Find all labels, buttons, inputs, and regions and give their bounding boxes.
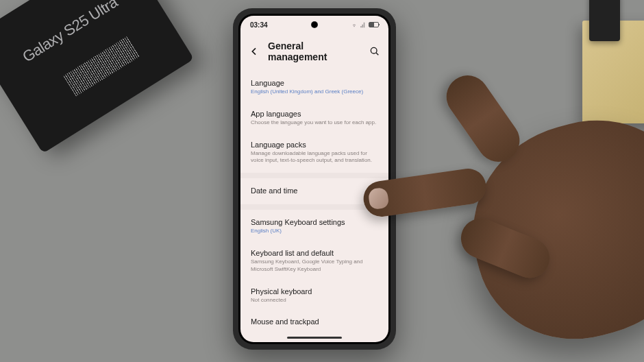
setting-subtitle: English (United Kingdom) and Greek (Gree… — [251, 88, 378, 96]
hand-overlay — [356, 82, 644, 357]
page-title: General management — [268, 40, 361, 62]
setting-app-languages[interactable]: App languages Choose the language you wa… — [249, 103, 380, 134]
back-icon[interactable] — [249, 46, 260, 57]
setting-title: Samsung Keyboard settings — [251, 218, 378, 226]
signal-icon — [360, 22, 367, 28]
palm — [449, 98, 644, 362]
section-divider — [240, 204, 388, 210]
nav-handle[interactable] — [287, 337, 342, 339]
setting-language-packs[interactable]: Language packs Manage downloadable langu… — [249, 134, 380, 172]
barcode — [63, 36, 140, 97]
setting-language[interactable]: Language English (United Kingdom) and Gr… — [249, 72, 380, 103]
binder-clip — [589, 0, 620, 41]
settings-list: Language English (United Kingdom) and Gr… — [240, 72, 388, 334]
setting-title: Language packs — [251, 141, 378, 149]
setting-date-time[interactable]: Date and time — [249, 180, 380, 203]
setting-physical-keyboard[interactable]: Physical keyboard Not connected — [249, 280, 380, 311]
setting-subtitle: Manage downloadable language packs used … — [251, 150, 378, 165]
setting-subtitle: Not connected — [251, 297, 378, 304]
search-icon[interactable] — [369, 46, 380, 57]
setting-keyboard-settings[interactable]: Samsung Keyboard settings English (UK) — [249, 211, 380, 242]
setting-mouse-trackpad[interactable]: Mouse and trackpad — [249, 311, 380, 334]
setting-title: Keyboard list and default — [251, 249, 378, 257]
setting-title: Mouse and trackpad — [251, 317, 378, 326]
setting-title: Language — [251, 79, 378, 87]
wifi-icon — [351, 22, 358, 28]
thumb — [438, 67, 528, 170]
status-icons — [351, 22, 379, 28]
setting-subtitle: Choose the language you want to use for … — [251, 119, 378, 127]
phone-screen: 03:34 General management Language — [240, 16, 388, 342]
setting-subtitle: Samsung Keyboard, Google Voice Typing an… — [251, 258, 378, 274]
page-header: General management — [240, 34, 388, 72]
middle-finger — [455, 213, 556, 284]
front-camera — [312, 22, 317, 27]
setting-title: Physical keyboard — [251, 287, 378, 295]
setting-keyboard-list[interactable]: Keyboard list and default Samsung Keyboa… — [249, 242, 380, 280]
setting-subtitle: English (UK) — [251, 228, 378, 235]
svg-point-0 — [371, 47, 377, 53]
section-divider — [240, 173, 388, 178]
phone-device: 03:34 General management Language — [233, 8, 396, 350]
battery-icon — [369, 22, 379, 27]
setting-title: Date and time — [251, 186, 378, 195]
status-time: 03:34 — [250, 21, 268, 29]
product-box: Galaxy S25 Ultra — [0, 0, 194, 154]
setting-title: App languages — [251, 110, 378, 118]
phone-bezel: 03:34 General management Language — [238, 14, 391, 344]
